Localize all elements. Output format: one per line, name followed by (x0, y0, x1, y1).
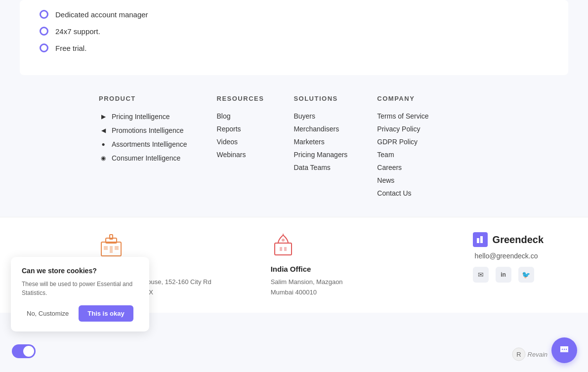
assortments-icon: ● (99, 140, 108, 149)
footer-company-heading: COMPANY (377, 95, 428, 102)
footer-solutions-list: Buyers Merchandisers Marketers Pricing M… (294, 112, 347, 171)
bullet-item-2: 24x7 support. (40, 27, 548, 36)
chat-button[interactable] (551, 337, 577, 363)
footer-resources-list: Blog Reports Videos Webinars (217, 112, 264, 159)
footer-product-heading: PRODUCT (99, 95, 187, 102)
greendeck-email: hello@greendeck.co (475, 252, 538, 260)
social-icons: ✉ in 🐦 (473, 267, 534, 283)
list-item: Videos (217, 138, 264, 146)
list-item: Terms of Service (377, 112, 428, 120)
chat-icon (558, 344, 570, 356)
company-link-careers[interactable]: Careers (377, 164, 428, 171)
svg-point-17 (566, 349, 567, 350)
svg-rect-8 (280, 247, 282, 251)
company-link-contact[interactable]: Contact Us (377, 189, 428, 197)
footer-col-company: COMPANY Terms of Service Privacy Policy … (377, 95, 428, 197)
greendeck-logo-icon (473, 232, 488, 247)
india-office-title: India Office (271, 265, 343, 273)
consumer-icon: ◉ (99, 154, 108, 163)
footer-col-resources: RESOURCES Blog Reports Videos Webinars (217, 95, 264, 197)
india-office-icon (271, 232, 295, 257)
revain-text: Revain (528, 351, 547, 358)
greendeck-logo: Greendeck (473, 232, 544, 247)
footer-solutions-heading: SOLUTIONS (294, 95, 347, 102)
list-item: ▶ Pricing Intelligence (99, 112, 187, 121)
linkedin-social-icon[interactable]: in (496, 267, 511, 283)
company-link-terms[interactable]: Terms of Service (377, 112, 428, 120)
svg-rect-12 (480, 236, 483, 243)
solution-link-data-teams[interactable]: Data Teams (294, 164, 347, 171)
company-link-team[interactable]: Team (377, 151, 428, 159)
footer-nav: PRODUCT ▶ Pricing Intelligence ◀ Promoti… (0, 75, 588, 212)
london-office-icon (99, 232, 124, 257)
revain-icon: R (512, 347, 526, 361)
footer-col-product: PRODUCT ▶ Pricing Intelligence ◀ Promoti… (99, 95, 187, 197)
promotions-icon: ◀ (99, 126, 108, 135)
email-social-icon[interactable]: ✉ (473, 267, 489, 283)
company-link-privacy[interactable]: Privacy Policy (377, 125, 428, 133)
bullet-text-1: Dedicated account manager (55, 10, 148, 19)
svg-rect-11 (477, 238, 479, 243)
list-item: News (377, 176, 428, 184)
cookie-title: Can we store cookies? (22, 267, 138, 275)
svg-point-15 (562, 349, 563, 350)
footer-company-list: Terms of Service Privacy Policy GDPR Pol… (377, 112, 428, 197)
bullet-icon-3 (40, 43, 48, 52)
solution-link-marketers[interactable]: Marketers (294, 138, 347, 146)
svg-text:R: R (516, 351, 521, 358)
greendeck-brand: Greendeck hello@greendeck.co ✉ in 🐦 (473, 232, 563, 283)
solution-link-pricing-managers[interactable]: Pricing Managers (294, 151, 347, 159)
solution-link-merchandisers[interactable]: Merchandisers (294, 125, 347, 133)
bullet-text-3: Free trial. (55, 44, 86, 52)
svg-rect-5 (115, 246, 119, 250)
list-item: ● Assortments Intelligence (99, 140, 187, 149)
list-item: Merchandisers (294, 125, 347, 133)
svg-point-7 (282, 239, 285, 242)
list-item: ◉ Consumer Intelligence (99, 154, 187, 163)
cookie-no-button[interactable]: No, Customize (22, 305, 74, 322)
list-item: Data Teams (294, 164, 347, 171)
bullet-item-3: Free trial. (40, 43, 548, 52)
list-item: Team (377, 151, 428, 159)
list-item: Buyers (294, 112, 347, 120)
pricing-icon: ▶ (99, 112, 108, 121)
list-item: Blog (217, 112, 264, 120)
footer-product-list: ▶ Pricing Intelligence ◀ Promotions Inte… (99, 112, 187, 163)
product-link-promotions[interactable]: ◀ Promotions Intelligence (99, 126, 187, 135)
india-office: India Office Salim Mansion, Mazgaon Mumb… (271, 232, 343, 298)
bullet-text-2: 24x7 support. (55, 27, 100, 36)
revain-logo: R Revain (512, 347, 547, 361)
company-link-gdpr[interactable]: GDPR Policy (377, 138, 428, 146)
resource-link-videos[interactable]: Videos (217, 138, 264, 146)
greendeck-name: Greendeck (493, 234, 544, 246)
solution-link-buyers[interactable]: Buyers (294, 112, 347, 120)
footer-col-solutions: SOLUTIONS Buyers Merchandisers Marketers… (294, 95, 347, 197)
resource-link-blog[interactable]: Blog (217, 112, 264, 120)
resource-link-webinars[interactable]: Webinars (217, 151, 264, 159)
footer-resources-heading: RESOURCES (217, 95, 264, 102)
list-item: Marketers (294, 138, 347, 146)
svg-rect-6 (275, 243, 292, 255)
list-item: Reports (217, 125, 264, 133)
twitter-social-icon[interactable]: 🐦 (518, 267, 534, 283)
bullet-item-1: Dedicated account manager (40, 10, 548, 19)
svg-rect-4 (110, 246, 113, 253)
list-item: Webinars (217, 151, 264, 159)
product-link-pricing[interactable]: ▶ Pricing Intelligence (99, 112, 187, 121)
svg-rect-3 (104, 246, 108, 250)
list-item: Contact Us (377, 189, 428, 197)
bullet-icon-1 (40, 10, 48, 19)
product-link-assortments[interactable]: ● Assortments Intelligence (99, 140, 187, 149)
top-card: Dedicated account manager 24x7 support. … (20, 0, 568, 75)
cookie-okay-button[interactable]: This is okay (79, 305, 133, 322)
toggle-button[interactable] (12, 344, 36, 358)
toggle-knob (23, 346, 34, 357)
list-item: Pricing Managers (294, 151, 347, 159)
product-link-consumer[interactable]: ◉ Consumer Intelligence (99, 154, 187, 163)
list-item: Privacy Policy (377, 125, 428, 133)
list-item: ◀ Promotions Intelligence (99, 126, 187, 135)
list-item: GDPR Policy (377, 138, 428, 146)
resource-link-reports[interactable]: Reports (217, 125, 264, 133)
cookie-banner: Can we store cookies? These will be used… (11, 257, 149, 331)
company-link-news[interactable]: News (377, 176, 428, 184)
